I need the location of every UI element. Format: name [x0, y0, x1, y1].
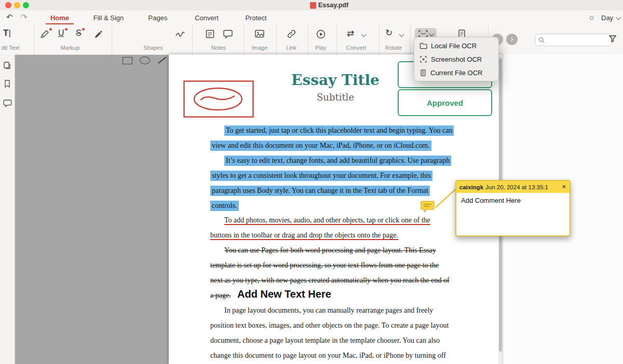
day-mode-sun-icon[interactable]: ☼	[588, 12, 595, 21]
separator	[34, 25, 34, 54]
highlighted-line: It’s easy to edit text, change fonts, an…	[224, 156, 451, 166]
convert-chevron-down-icon[interactable]	[361, 32, 367, 37]
freehand-shape-icon[interactable]	[175, 29, 185, 38]
approved-stamp[interactable]: Approved	[398, 89, 492, 116]
strikethrough-color-dot	[82, 28, 85, 31]
edit-text-icon[interactable]: T|	[3, 28, 11, 38]
separator	[192, 25, 193, 54]
play-icon[interactable]	[316, 29, 326, 39]
close-window-button[interactable]	[5, 2, 11, 8]
group-label-markup: Markup	[49, 45, 91, 51]
note-icon[interactable]	[205, 29, 215, 39]
strikethrough-line: You can use Pages for both word processi…	[224, 243, 436, 258]
pdf-file-icon	[310, 2, 316, 9]
ellipse-shape-icon[interactable]	[140, 57, 150, 64]
highlighted-line: To get started, just tap or click this p…	[224, 125, 454, 136]
tab-convert[interactable]: Convert	[192, 14, 221, 22]
toolbar: T| dit Text U S Markup Shapes Notes	[0, 25, 623, 55]
strikethrough-glyph: S	[76, 29, 82, 37]
comment-body-text[interactable]: Add Comment Here	[456, 193, 570, 208]
menu-item-screenshot-ocr[interactable]: Screenshot OCR	[414, 52, 498, 66]
highlighter-marker-icon[interactable]	[93, 29, 104, 39]
group-label-notes: Notes	[198, 45, 239, 51]
edit-text-glyph: T	[3, 28, 8, 38]
chevron-down-icon[interactable]	[616, 15, 621, 20]
rotate-icon[interactable]: ↻	[385, 27, 392, 38]
page-forward-button[interactable]: ›	[506, 34, 518, 45]
theme-selector-label[interactable]: Day	[601, 14, 613, 22]
highlighted-line: paragraph uses Body style. You can chang…	[210, 186, 430, 196]
link-icon[interactable]	[287, 29, 296, 39]
comment-marker-icon[interactable]	[421, 200, 435, 213]
highlighted-line: view and edit this document on your Mac,…	[210, 141, 431, 151]
filter-icon[interactable]	[608, 35, 617, 43]
titlebar: Essay.pdf	[0, 0, 623, 11]
search-icon	[538, 37, 545, 44]
tab-pages[interactable]: Pages	[145, 14, 171, 22]
comment-author: caixingk	[459, 184, 483, 190]
search-input[interactable]	[535, 34, 612, 46]
underline-glyph: U	[58, 29, 64, 37]
comments-panel-icon[interactable]	[3, 99, 12, 107]
pen-markup-icon[interactable]	[39, 29, 50, 39]
menu-item-local-file-ocr[interactable]: Local File OCR	[414, 39, 498, 52]
strikethrough-line: next as you type, with new pages created…	[210, 273, 450, 288]
comment-timestamp: Jun 20, 2024 at 13:35:1	[485, 184, 548, 190]
convert-icon[interactable]: ⇄	[347, 28, 354, 39]
menu-item-label: Local File OCR	[431, 42, 477, 50]
strikethrough-tool-icon[interactable]: S	[76, 29, 82, 38]
highlighted-line: controls.	[210, 201, 239, 211]
screenshot-icon	[419, 55, 427, 63]
menu-item-label: Current File OCR	[430, 69, 482, 77]
app-window: Essay.pdf ↶ ↷ Home Fill & Sign Pages Con…	[0, 0, 623, 364]
strikethrough-line: a page.	[210, 288, 231, 303]
rotate-chevron-down-icon[interactable]	[399, 32, 404, 37]
group-label-convert: Convert	[335, 45, 377, 51]
window-title: Essay.pdf	[318, 2, 348, 9]
image-icon[interactable]	[254, 29, 265, 38]
current-file-icon	[419, 69, 427, 77]
thumbnails-panel-icon[interactable]	[3, 61, 11, 69]
underline-tool-icon[interactable]: U	[58, 29, 64, 38]
ocr-chevron-down-icon	[429, 31, 435, 36]
folder-icon	[419, 43, 427, 49]
bookmarks-panel-icon[interactable]	[3, 79, 11, 88]
separator	[112, 25, 112, 54]
redo-icon[interactable]: ↷	[21, 12, 28, 22]
group-label-rotate: Rotate	[373, 45, 414, 51]
minimize-window-button[interactable]	[14, 2, 20, 8]
approved-stamp-label: Approved	[427, 99, 463, 107]
left-sidebar	[0, 54, 15, 364]
menu-item-current-file-ocr[interactable]: Current File OCR	[414, 66, 498, 79]
menu-item-label: Screenshot OCR	[431, 55, 482, 63]
tab-home[interactable]: Home	[46, 14, 74, 22]
forward-glyph: ›	[511, 34, 513, 43]
undo-icon[interactable]: ↶	[6, 12, 13, 22]
comment-note-icon[interactable]	[223, 29, 233, 39]
comment-popup-header: caixingk Jun 20, 2024 at 13:35:1 ✕	[456, 181, 570, 193]
underline-color-dot	[65, 28, 67, 31]
tab-home-underline	[46, 23, 74, 24]
rectangle-shape-icon[interactable]	[123, 57, 132, 64]
comment-close-icon[interactable]: ✕	[562, 184, 566, 190]
body-line: change this document to page layout on y…	[210, 348, 446, 363]
body-line: In page layout documents, you can manual…	[224, 303, 433, 318]
tab-fill-sign[interactable]: Fill & Sign	[90, 14, 127, 22]
inserted-text[interactable]: Add New Text Here	[237, 288, 331, 300]
underlined-line: buttons in the toolbar or drag and drop …	[210, 228, 398, 243]
highlighted-line: styles to get a consistent look througho…	[210, 171, 432, 181]
pen-color-dot	[49, 28, 52, 31]
strikethrough-line: template is set up for word processing, …	[210, 258, 439, 273]
underlined-line: To add photos, movies, audio, and other …	[224, 213, 430, 228]
ocr-dropdown-menu: Local File OCR Screenshot OCR Current Fi…	[414, 37, 499, 81]
group-label-shapes: Shapes	[132, 45, 174, 51]
zoom-window-button[interactable]	[23, 2, 29, 8]
comment-connector-line	[434, 186, 458, 209]
tab-protect[interactable]: Protect	[242, 14, 270, 22]
body-line: document, choose a page layout template …	[210, 333, 440, 348]
line-shape-icon[interactable]	[158, 57, 166, 63]
ribbon-tabbar: ↶ ↷ Home Fill & Sign Pages Convert Prote…	[0, 10, 623, 25]
body-line: position text boxes, images, and other o…	[210, 318, 449, 333]
group-label-edit-text: dit Text	[0, 45, 23, 51]
comment-popup[interactable]: caixingk Jun 20, 2024 at 13:35:1 ✕ Add C…	[455, 180, 571, 236]
